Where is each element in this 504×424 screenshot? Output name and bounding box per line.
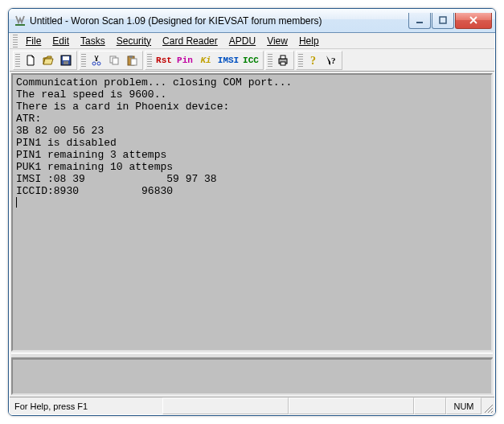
minimize-button[interactable] bbox=[408, 13, 431, 29]
status-pane-1 bbox=[162, 397, 289, 414]
toolbar-grip-4[interactable] bbox=[268, 54, 272, 67]
svg-rect-2 bbox=[440, 17, 446, 23]
resize-grip[interactable] bbox=[481, 397, 494, 414]
open-button[interactable] bbox=[39, 52, 57, 68]
status-pane-2 bbox=[289, 397, 415, 414]
menu-view[interactable]: View bbox=[262, 35, 293, 47]
save-button[interactable] bbox=[57, 52, 75, 68]
menu-tasks[interactable]: Tasks bbox=[76, 35, 110, 47]
status-pane-3 bbox=[414, 397, 446, 414]
status-num: NUM bbox=[446, 397, 481, 414]
close-button[interactable] bbox=[455, 13, 492, 29]
context-help-button[interactable]: ? bbox=[322, 52, 340, 68]
help-button[interactable]: ? bbox=[305, 52, 322, 68]
ki-button[interactable]: Ki bbox=[195, 52, 216, 68]
menubar: File Edit Tasks Security Card Reader APD… bbox=[10, 33, 494, 49]
svg-rect-12 bbox=[131, 59, 137, 65]
console-output[interactable]: Communication problem... closing COM por… bbox=[11, 73, 493, 352]
svg-text:?: ? bbox=[310, 55, 316, 67]
imsi-button[interactable]: IMSI bbox=[216, 52, 240, 68]
menu-cardreader[interactable]: Card Reader bbox=[158, 35, 223, 47]
console-text: Communication problem... closing COM por… bbox=[16, 76, 292, 197]
text-caret bbox=[16, 197, 17, 208]
svg-text:?: ? bbox=[331, 56, 336, 65]
rst-button[interactable]: Rst bbox=[154, 52, 174, 68]
svg-rect-5 bbox=[64, 61, 68, 64]
toolbar-grip-5[interactable] bbox=[298, 54, 303, 67]
svg-rect-1 bbox=[416, 22, 423, 23]
paste-button[interactable] bbox=[123, 52, 141, 68]
cut-button[interactable] bbox=[88, 52, 105, 68]
menu-apdu[interactable]: APDU bbox=[224, 35, 260, 47]
svg-point-6 bbox=[92, 62, 96, 65]
menu-security[interactable]: Security bbox=[112, 35, 156, 47]
svg-rect-14 bbox=[281, 56, 285, 59]
client-area: File Edit Tasks Security Card Reader APD… bbox=[9, 33, 495, 415]
toolbar-grip-1[interactable] bbox=[15, 54, 20, 67]
status-help: For Help, press F1 bbox=[10, 397, 162, 414]
toolbar: Rst Pin Ki IMSI ICC ? ? bbox=[10, 49, 494, 72]
lower-pane[interactable] bbox=[11, 358, 493, 395]
svg-point-7 bbox=[97, 62, 100, 65]
window-title: Untitled - Woron Scan 1.09 (Designed for… bbox=[30, 15, 408, 27]
svg-line-20 bbox=[491, 411, 493, 413]
pin-button[interactable]: Pin bbox=[174, 52, 195, 68]
print-button[interactable] bbox=[274, 52, 292, 68]
toolbar-grip-2[interactable] bbox=[81, 54, 86, 67]
toolbar-grip-3[interactable] bbox=[147, 54, 152, 67]
titlebar[interactable]: Untitled - Woron Scan 1.09 (Designed for… bbox=[9, 9, 495, 33]
statusbar: For Help, press F1 NUM bbox=[10, 397, 494, 414]
copy-button[interactable] bbox=[105, 52, 123, 68]
new-button[interactable] bbox=[22, 52, 39, 68]
svg-rect-11 bbox=[129, 56, 133, 58]
svg-rect-15 bbox=[281, 62, 285, 65]
app-icon bbox=[14, 14, 27, 27]
menubar-grip[interactable] bbox=[13, 35, 18, 47]
svg-rect-9 bbox=[113, 58, 118, 64]
menu-file[interactable]: File bbox=[21, 35, 46, 47]
svg-rect-0 bbox=[15, 24, 25, 26]
menu-edit[interactable]: Edit bbox=[47, 35, 74, 47]
svg-rect-4 bbox=[63, 56, 69, 60]
app-window: Untitled - Woron Scan 1.09 (Designed for… bbox=[8, 8, 496, 416]
icc-button[interactable]: ICC bbox=[240, 52, 261, 68]
menu-help[interactable]: Help bbox=[294, 35, 324, 47]
maximize-button[interactable] bbox=[432, 13, 454, 29]
